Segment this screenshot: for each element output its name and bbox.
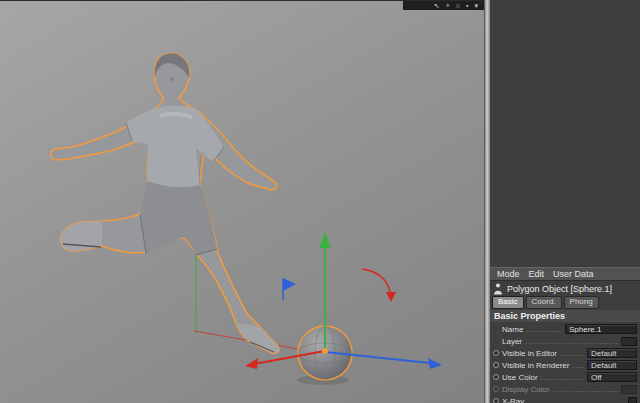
gizmo-center[interactable] [322,348,328,354]
property-row-display-color: Display Color ..........................… [490,383,640,395]
property-row-use-color: Use Color ..............................… [490,371,640,383]
visible-in-editor-dropdown[interactable]: Default [587,348,637,358]
attribute-manager: Mode Edit User Data Polygon Object [Sphe… [490,0,640,403]
use-color-dropdown[interactable]: Off [587,372,637,382]
keyframe-dot[interactable] [493,362,499,368]
menu-arrow-icon[interactable]: ▾ [474,2,478,9]
attribute-tabs: Basic Coord. Phong [490,296,640,309]
property-label: X-Ray [502,397,524,403]
dot-leaders: ........................................… [553,385,618,394]
keyframe-dot[interactable] [493,374,499,380]
tab-phong[interactable]: Phong [564,296,599,309]
rotate-handle-z-flag[interactable] [283,278,296,291]
menu-mode[interactable]: Mode [497,269,520,279]
viewport[interactable]: ↖ + ○ ▪ ▾ [0,0,484,403]
layer-picker[interactable] [621,337,637,346]
tab-coord[interactable]: Coord. [526,296,562,309]
rotate-handle-x-arrow[interactable] [386,292,396,302]
viewport-toolbar: ↖ + ○ ▪ ▾ [403,1,484,10]
rotation-handles[interactable] [283,269,396,302]
tab-basic[interactable]: Basic [492,296,524,309]
figure-shorts [140,181,217,255]
gizmo-z-arrowhead[interactable] [428,358,442,369]
keyframe-dot[interactable] [493,350,499,356]
object-title: Polygon Object [Sphere.1] [507,284,612,294]
property-label: Layer [502,337,522,346]
property-label: Visible in Renderer [502,361,569,370]
rotate-tool-icon[interactable]: ○ [456,2,460,9]
property-label: Use Color [502,373,538,382]
attribute-manager-menubar: Mode Edit User Data [490,267,640,281]
property-label: Visible in Editor [502,349,557,358]
dot-leaders: ........................................… [526,325,562,334]
figure-ear [170,77,174,81]
display-color-control [621,385,637,394]
property-label: Display Color [502,385,550,394]
dot-leaders: ........................................… [541,373,584,382]
property-rows: Name ...................................… [490,323,640,403]
figure-shirt [126,106,224,190]
select-tool-icon[interactable]: ↖ [434,2,440,9]
menu-user-data[interactable]: User Data [553,269,594,279]
gizmo-y-arrowhead[interactable] [319,232,331,248]
dot-leaders: ........................................… [525,337,618,346]
property-row-visible-editor: Visible in Editor ......................… [490,347,640,359]
rotate-handle-x-arc[interactable] [362,269,391,298]
menu-edit[interactable]: Edit [529,269,545,279]
dot-leaders: ........................................… [527,397,625,403]
property-row-layer: Layer ..................................… [490,335,640,347]
section-title: Basic Properties [490,310,640,322]
property-row-xray: X-Ray ..................................… [490,395,640,403]
keyframe-dot[interactable] [493,386,499,392]
dot-leaders: ........................................… [572,361,584,370]
visible-in-renderer-dropdown[interactable]: Default [587,360,637,370]
dot-leaders: ........................................… [560,349,584,358]
gizmo-x-arrowhead[interactable] [245,358,258,369]
name-input[interactable]: Sphere.1 [565,324,637,334]
xray-checkbox[interactable] [628,397,637,403]
figure-object-icon [493,283,503,295]
figure-shoe-right [236,323,279,353]
move-tool-icon[interactable]: + [446,2,450,9]
application-window: ↖ + ○ ▪ ▾ Mode Edit User Data Polygon Ob… [0,0,640,403]
viewport-canvas[interactable] [0,1,484,403]
property-row-name: Name ...................................… [490,323,640,335]
boy-figure-model[interactable] [51,53,279,353]
property-row-visible-renderer: Visible in Renderer ....................… [490,359,640,371]
object-header: Polygon Object [Sphere.1] [490,282,640,295]
keyframe-dot[interactable] [493,398,499,403]
property-label: Name [502,325,523,334]
scale-tool-icon[interactable]: ▪ [466,2,468,9]
